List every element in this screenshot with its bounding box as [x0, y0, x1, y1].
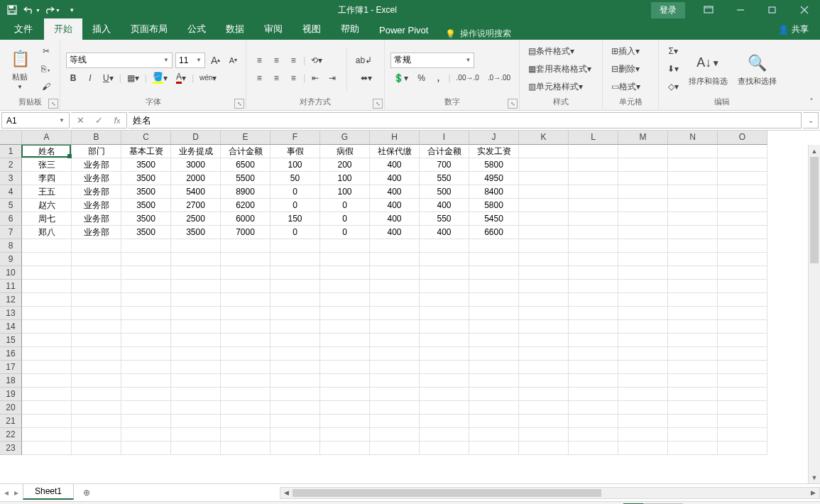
cell[interactable] — [221, 239, 270, 253]
cell[interactable] — [221, 266, 270, 280]
cell[interactable] — [121, 320, 171, 334]
cell[interactable] — [469, 293, 519, 307]
cell[interactable]: 400 — [370, 158, 420, 172]
cell[interactable] — [121, 428, 171, 442]
cell[interactable] — [320, 320, 370, 334]
cell[interactable]: 500 — [420, 185, 469, 199]
row-header-5[interactable]: 5 — [0, 199, 22, 212]
cell[interactable] — [668, 320, 718, 334]
cell[interactable] — [420, 361, 469, 374]
cell[interactable] — [22, 401, 72, 415]
new-sheet-button[interactable]: ⊕ — [78, 486, 95, 500]
col-header-A[interactable]: A — [22, 131, 72, 145]
cell[interactable]: 150 — [270, 212, 320, 226]
cell[interactable] — [72, 442, 121, 455]
cell[interactable] — [618, 388, 668, 401]
cell[interactable] — [22, 361, 72, 374]
row-header-3[interactable]: 3 — [0, 172, 22, 185]
cell[interactable] — [469, 415, 519, 428]
col-header-C[interactable]: C — [121, 131, 171, 145]
cell[interactable] — [668, 172, 718, 185]
alignment-dialog-launcher[interactable]: ⤡ — [373, 99, 383, 109]
horizontal-scrollbar[interactable]: ◀ ▶ — [280, 487, 820, 499]
orientation-button[interactable]: ⟲▾ — [308, 53, 325, 68]
cell[interactable] — [469, 388, 519, 401]
accounting-format-button[interactable]: 💲▾ — [390, 70, 411, 86]
cell[interactable] — [370, 239, 420, 253]
cell[interactable]: 0 — [320, 199, 370, 212]
cell[interactable]: 2500 — [171, 212, 221, 226]
cell[interactable] — [569, 347, 618, 361]
cell[interactable]: 病假 — [320, 145, 370, 158]
cell[interactable] — [618, 266, 668, 280]
cell[interactable] — [519, 226, 569, 239]
cell[interactable] — [270, 280, 320, 293]
collapse-ribbon-button[interactable]: ˄ — [803, 40, 820, 110]
cell[interactable]: 赵六 — [22, 199, 72, 212]
cell[interactable] — [270, 307, 320, 320]
cell[interactable] — [469, 253, 519, 266]
save-button[interactable] — [3, 1, 21, 18]
col-header-J[interactable]: J — [469, 131, 519, 145]
cell[interactable] — [72, 307, 121, 320]
cell[interactable]: 400 — [370, 212, 420, 226]
cell[interactable] — [469, 334, 519, 347]
cell[interactable] — [668, 361, 718, 374]
cell[interactable]: 3500 — [121, 212, 171, 226]
cell[interactable] — [718, 145, 767, 158]
cell[interactable] — [171, 361, 221, 374]
fill-color-button[interactable]: 🪣▾ — [150, 70, 170, 86]
align-left-button[interactable]: ≡ — [252, 70, 266, 86]
cell[interactable] — [569, 158, 618, 172]
cell[interactable] — [668, 226, 718, 239]
cell[interactable] — [718, 199, 767, 212]
cell[interactable] — [22, 428, 72, 442]
align-middle-button[interactable]: ≡ — [269, 53, 283, 68]
cell[interactable] — [221, 428, 270, 442]
italic-button[interactable]: I — [83, 70, 97, 86]
cell[interactable] — [370, 293, 420, 307]
cell[interactable] — [171, 320, 221, 334]
cell[interactable] — [469, 280, 519, 293]
cell[interactable]: 0 — [270, 185, 320, 199]
cell[interactable] — [469, 320, 519, 334]
cell[interactable] — [72, 334, 121, 347]
cell[interactable] — [320, 307, 370, 320]
cell[interactable] — [519, 374, 569, 388]
cut-button[interactable]: ✂ — [38, 43, 54, 59]
cell[interactable]: 6200 — [221, 199, 270, 212]
font-color-button[interactable]: A▾ — [173, 70, 189, 86]
cell[interactable]: 400 — [420, 199, 469, 212]
cell[interactable] — [270, 266, 320, 280]
row-header-17[interactable]: 17 — [0, 361, 22, 374]
expand-formula-bar-button[interactable]: ⌄ — [803, 112, 819, 128]
comma-button[interactable]: , — [431, 70, 445, 86]
cell[interactable] — [370, 415, 420, 428]
cell[interactable] — [171, 428, 221, 442]
cell[interactable] — [121, 347, 171, 361]
cell[interactable] — [718, 374, 767, 388]
cell[interactable]: 0 — [320, 226, 370, 239]
cell[interactable]: 0 — [320, 212, 370, 226]
cell[interactable] — [72, 401, 121, 415]
cell[interactable] — [618, 442, 668, 455]
percent-button[interactable]: % — [414, 70, 428, 86]
cell[interactable] — [668, 266, 718, 280]
cell[interactable] — [22, 374, 72, 388]
cell[interactable]: 基本工资 — [121, 145, 171, 158]
cell[interactable] — [718, 347, 767, 361]
cell[interactable] — [320, 388, 370, 401]
col-header-I[interactable]: I — [420, 131, 469, 145]
cell[interactable] — [320, 239, 370, 253]
cell[interactable] — [718, 226, 767, 239]
cell[interactable] — [420, 320, 469, 334]
cell[interactable] — [420, 401, 469, 415]
sheet-prev-button[interactable]: ◂ — [4, 488, 9, 498]
align-bottom-button[interactable]: ≡ — [286, 53, 300, 68]
cell[interactable] — [320, 293, 370, 307]
cell[interactable] — [121, 442, 171, 455]
cell[interactable] — [370, 266, 420, 280]
name-box[interactable]: A1▼ — [1, 112, 70, 128]
cell[interactable] — [718, 212, 767, 226]
cell[interactable] — [171, 401, 221, 415]
